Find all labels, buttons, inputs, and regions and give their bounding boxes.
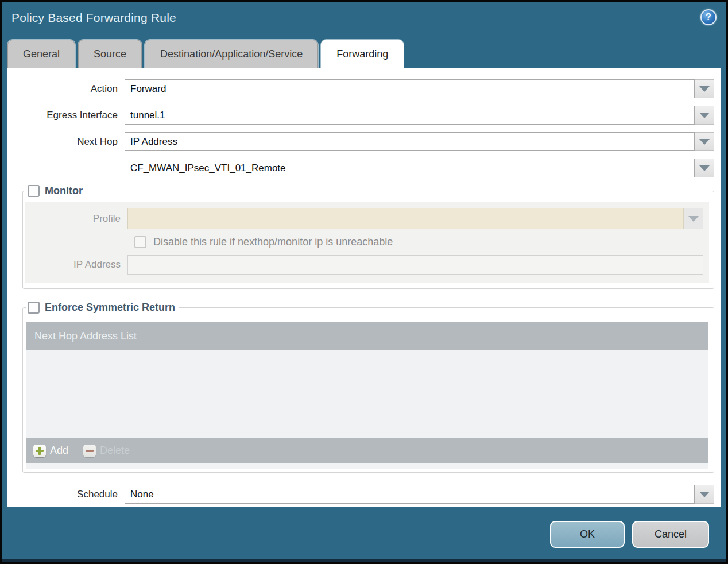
- tab-source[interactable]: Source: [78, 40, 142, 68]
- tab-destination-label: Destination/Application/Service: [160, 48, 303, 60]
- monitor-fieldset: Monitor Profile Disable this rule if nex…: [22, 185, 714, 289]
- profile-label: Profile: [25, 213, 127, 225]
- disable-rule-checkbox[interactable]: [134, 236, 146, 248]
- forwarding-tab-panel: Action Forward Egress Interface tunnel.1…: [7, 68, 721, 507]
- chevron-down-icon: [699, 86, 710, 92]
- dialog-title-bar: Policy Based Forwarding Rule ?: [2, 2, 726, 33]
- chevron-down-icon: [699, 139, 710, 145]
- ok-button[interactable]: OK: [550, 521, 625, 548]
- action-row: Action Forward: [7, 79, 714, 98]
- monitor-ip-address-row: IP Address: [25, 255, 709, 275]
- enforce-symmetric-return-fieldset: Enforce Symmetric Return Next Hop Addres…: [22, 302, 714, 473]
- egress-interface-dropdown-button[interactable]: [695, 106, 714, 125]
- enforce-symmetric-return-checkbox[interactable]: [28, 302, 40, 314]
- chevron-down-icon: [699, 492, 710, 497]
- monitor-body: Profile Disable this rule if nexthop/mon…: [25, 202, 709, 283]
- disable-rule-label: Disable this rule if nexthop/monitor ip …: [153, 236, 393, 248]
- action-dropdown-button[interactable]: [695, 79, 714, 98]
- delete-button[interactable]: Delete: [83, 445, 130, 457]
- chevron-down-icon: [699, 113, 710, 118]
- cancel-button[interactable]: Cancel: [632, 521, 709, 548]
- minus-icon: [83, 445, 96, 457]
- monitor-legend-label: Monitor: [45, 185, 83, 197]
- add-button[interactable]: Add: [33, 445, 68, 457]
- monitor-ip-address-input[interactable]: [127, 255, 703, 275]
- next-hop-address-list-toolbar: Add Delete: [26, 438, 708, 463]
- next-hop-row: Next Hop IP Address: [7, 132, 714, 151]
- egress-interface-label: Egress Interface: [7, 110, 125, 121]
- next-hop-address-list-table: Next Hop Address List Add Delete: [26, 322, 708, 469]
- table-bottom-strip: [26, 463, 708, 469]
- tab-bar: General Source Destination/Application/S…: [2, 33, 726, 68]
- policy-based-forwarding-dialog: Policy Based Forwarding Rule ? General S…: [0, 0, 728, 564]
- help-glyph: ?: [706, 12, 711, 22]
- add-button-label: Add: [50, 445, 68, 457]
- egress-interface-select[interactable]: tunnel.1: [125, 106, 695, 125]
- disable-rule-row: Disable this rule if nexthop/monitor ip …: [134, 236, 709, 248]
- profile-select[interactable]: [127, 208, 684, 229]
- plus-icon: [33, 445, 46, 457]
- egress-interface-row: Egress Interface tunnel.1: [7, 106, 714, 125]
- monitor-checkbox[interactable]: [28, 185, 40, 197]
- delete-button-label: Delete: [100, 445, 130, 457]
- next-hop-address-row: CF_MWAN_IPsec_VTI_01_Remote: [7, 159, 714, 177]
- next-hop-dropdown-button[interactable]: [695, 132, 714, 151]
- dialog-footer: OK Cancel: [2, 507, 726, 562]
- tab-general-label: General: [23, 48, 60, 60]
- monitor-ip-address-label: IP Address: [25, 259, 127, 271]
- schedule-dropdown-button[interactable]: [695, 485, 714, 504]
- next-hop-address-list-body[interactable]: [26, 350, 708, 438]
- schedule-row: Schedule None: [7, 485, 714, 504]
- profile-dropdown-button[interactable]: [684, 208, 703, 229]
- tab-forwarding[interactable]: Forwarding: [321, 40, 404, 68]
- enforce-symmetric-return-legend: Enforce Symmetric Return: [26, 302, 179, 314]
- enforce-symmetric-return-label: Enforce Symmetric Return: [45, 302, 175, 314]
- schedule-label: Schedule: [7, 489, 125, 500]
- next-hop-address-select[interactable]: CF_MWAN_IPsec_VTI_01_Remote: [125, 159, 695, 177]
- help-icon[interactable]: ?: [700, 9, 717, 25]
- tab-source-label: Source: [94, 48, 126, 60]
- tab-forwarding-label: Forwarding: [336, 48, 388, 60]
- profile-row: Profile: [25, 208, 709, 229]
- tab-general[interactable]: General: [7, 40, 75, 68]
- schedule-select[interactable]: None: [125, 485, 695, 504]
- next-hop-address-dropdown-button[interactable]: [695, 159, 714, 177]
- chevron-down-icon: [688, 216, 699, 222]
- tab-destination-application-service[interactable]: Destination/Application/Service: [145, 40, 318, 68]
- dialog-title: Policy Based Forwarding Rule: [11, 11, 176, 25]
- action-label: Action: [7, 83, 125, 95]
- next-hop-address-list-header: Next Hop Address List: [26, 322, 708, 350]
- next-hop-type-select[interactable]: IP Address: [125, 132, 695, 151]
- next-hop-label: Next Hop: [7, 136, 125, 148]
- action-select[interactable]: Forward: [125, 79, 695, 98]
- chevron-down-icon: [699, 165, 710, 171]
- monitor-legend: Monitor: [26, 185, 86, 197]
